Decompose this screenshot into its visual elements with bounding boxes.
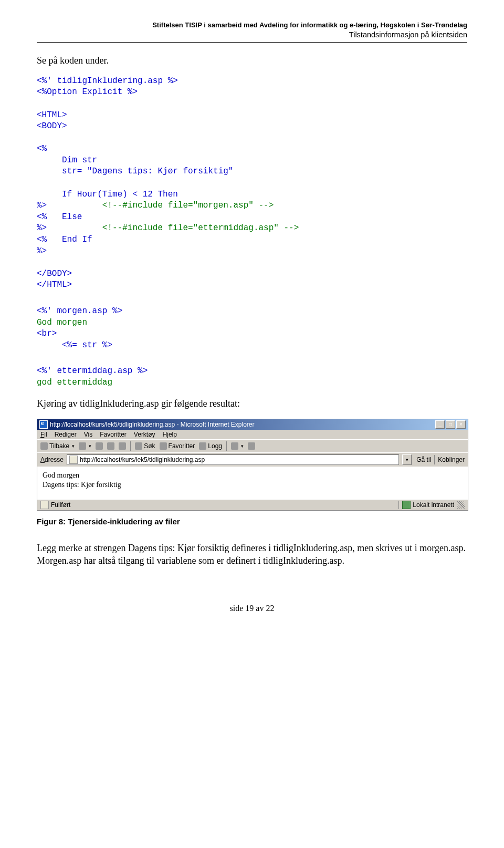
home-button[interactable] xyxy=(119,442,126,450)
menu-rediger[interactable]: Rediger xyxy=(55,431,77,438)
content-line2: Dagens tips: Kjør forsiktig xyxy=(43,480,463,490)
status-bar: Fullført Lokalt intranett xyxy=(37,499,468,510)
header-line2: Tilstandsinformasjon på klientsiden xyxy=(37,30,467,40)
window-title: http://localhost/kurs/lek5/tidligInklude… xyxy=(50,421,435,428)
mail-button[interactable]: ▾ xyxy=(231,442,244,450)
stop-button[interactable] xyxy=(96,442,103,450)
search-button[interactable]: Søk xyxy=(135,442,155,450)
search-icon xyxy=(135,442,142,450)
favorites-button[interactable]: Favoritter xyxy=(160,442,195,450)
print-icon xyxy=(248,442,255,450)
refresh-button[interactable] xyxy=(107,442,114,450)
mail-icon xyxy=(231,442,238,450)
page-footer: side 19 av 22 xyxy=(37,604,467,613)
history-button[interactable]: Logg xyxy=(199,442,222,450)
back-button[interactable]: Tilbake▾ xyxy=(40,442,75,450)
menu-favoritter[interactable]: Favoritter xyxy=(100,431,127,438)
intro-text: Se på koden under. xyxy=(37,55,467,66)
resize-grip[interactable] xyxy=(457,501,465,509)
address-label: Adresse xyxy=(40,456,64,463)
code-block-tidlig: <%' tidligInkludering.asp %> <%Option Ex… xyxy=(37,76,467,291)
back-icon xyxy=(40,442,48,450)
toolbar-separator xyxy=(130,441,131,451)
browser-content: God morgen Dagens tips: Kjør forsiktig xyxy=(37,467,468,499)
address-input[interactable]: http://localhost/kurs/lek5/tidligInklude… xyxy=(67,454,399,465)
history-icon xyxy=(199,442,206,450)
ie-icon xyxy=(39,420,48,429)
page-icon xyxy=(69,456,78,464)
maximize-button[interactable]: □ xyxy=(446,420,455,429)
home-icon xyxy=(119,442,126,450)
menu-hjelp[interactable]: Hjelp xyxy=(163,431,177,438)
forward-icon xyxy=(79,442,86,450)
address-bar: Adresse http://localhost/kurs/lek5/tidli… xyxy=(37,452,468,467)
paragraph-1: Legg merke at strengen Dagens tips: Kjør… xyxy=(37,542,467,567)
address-dropdown[interactable]: ▾ xyxy=(402,454,412,465)
code-block-morgen: <%' morgen.asp %> God morgen <br> <%= st… xyxy=(37,306,467,351)
menu-fil[interactable]: Fil xyxy=(40,431,47,438)
header-line1: Stiftelsen TISIP i samarbeid med Avdelin… xyxy=(37,21,467,30)
menu-verktoy[interactable]: Verktøy xyxy=(134,431,155,438)
security-zone: Lokalt intranett xyxy=(398,501,454,509)
toolbar-separator xyxy=(226,441,227,451)
page-header: Stiftelsen TISIP i samarbeid med Avdelin… xyxy=(37,21,467,40)
zone-icon xyxy=(402,501,411,509)
toolbar: Tilbake▾ ▾ Søk Favoritter Logg ▾ xyxy=(37,439,468,452)
print-button[interactable] xyxy=(248,442,255,450)
figure-caption: Figur 8: Tjenerside-inkludering av filer xyxy=(37,517,467,526)
menu-vis[interactable]: Vis xyxy=(84,431,92,438)
menubar: Fil Rediger Vis Favoritter Verktøy Hjelp xyxy=(37,430,468,439)
forward-button[interactable]: ▾ xyxy=(79,442,91,450)
header-rule xyxy=(37,42,467,43)
content-line1: God morgen xyxy=(43,471,463,480)
status-icon xyxy=(40,501,49,509)
minimize-button[interactable]: _ xyxy=(435,420,445,429)
favorites-icon xyxy=(160,442,167,450)
code-block-ettermiddag: <%' ettermiddag.asp %> god ettermiddag xyxy=(37,366,467,388)
address-url: http://localhost/kurs/lek5/tidligInklude… xyxy=(80,456,205,463)
links-label[interactable]: Koblinger xyxy=(438,456,465,463)
zone-text: Lokalt intranett xyxy=(413,501,454,509)
stop-icon xyxy=(96,442,103,450)
ie-browser-window: http://localhost/kurs/lek5/tidligInklude… xyxy=(37,419,468,511)
result-intro: Kjøring av tidligInkludering.asp gir føl… xyxy=(37,398,467,409)
toolbar-separator xyxy=(434,455,435,464)
refresh-icon xyxy=(107,442,114,450)
status-text: Fullført xyxy=(51,501,70,509)
titlebar: http://localhost/kurs/lek5/tidligInklude… xyxy=(37,419,468,430)
go-button[interactable]: Gå til xyxy=(415,456,431,463)
close-button[interactable]: × xyxy=(456,420,466,429)
